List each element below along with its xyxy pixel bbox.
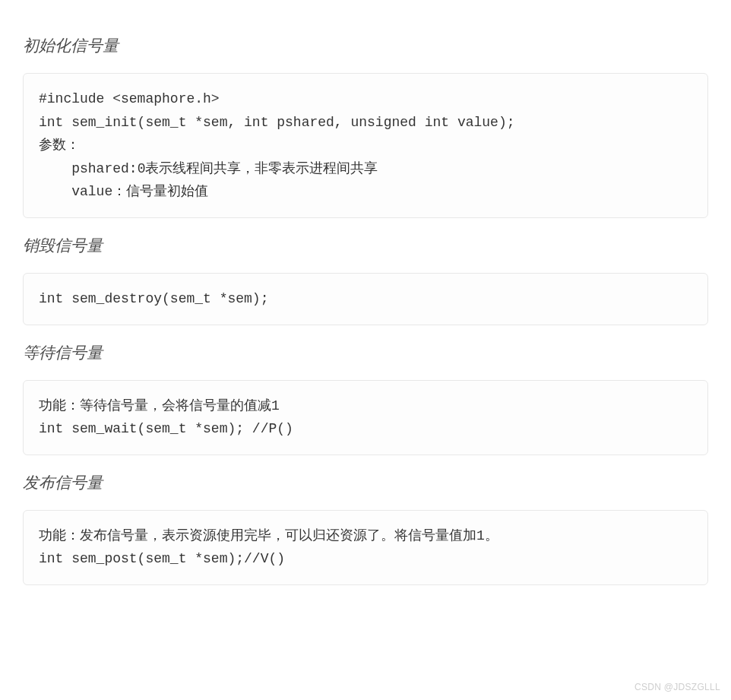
heading-post-semaphore: 发布信号量	[23, 472, 708, 493]
heading-destroy-semaphore: 销毁信号量	[23, 235, 708, 256]
code-block-wait: 功能：等待信号量，会将信号量的值减1 int sem_wait(sem_t *s…	[23, 380, 708, 455]
code-block-init: #include <semaphore.h> int sem_init(sem_…	[23, 73, 708, 218]
code-block-post: 功能：发布信号量，表示资源使用完毕，可以归还资源了。将信号量值加1。 int s…	[23, 510, 708, 585]
code-block-destroy: int sem_destroy(sem_t *sem);	[23, 273, 708, 325]
heading-wait-semaphore: 等待信号量	[23, 342, 708, 363]
heading-init-semaphore: 初始化信号量	[23, 35, 708, 56]
